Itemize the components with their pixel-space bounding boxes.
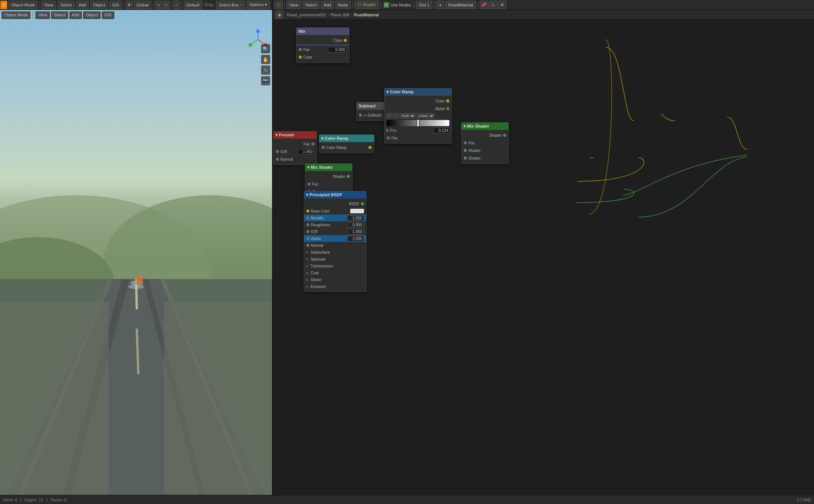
- color-ramp-bottom-title: ▾ Color Ramp: [321, 136, 348, 141]
- mix-top-fac-input[interactable]: [328, 47, 347, 53]
- svg-point-15: [128, 285, 144, 289]
- bsdf-out-socket: [361, 202, 364, 205]
- mix-top-highlight: [296, 45, 349, 45]
- material-sphere-icon[interactable]: ●: [436, 1, 444, 9]
- cr-top-b-label: B: [386, 128, 389, 133]
- camera-icon[interactable]: 📷: [261, 76, 270, 85]
- color-ramp-top[interactable]: ▾ Color Ramp Color Alpha + − RGB Linear: [384, 88, 452, 144]
- cr-top-fac-socket: [387, 136, 390, 139]
- vp-object-menu[interactable]: Object: [83, 11, 101, 19]
- cr-top-color-out-socket: [446, 99, 449, 102]
- cr-top-fac-label: Fac: [391, 136, 449, 140]
- msr-fac-socket: [464, 141, 467, 144]
- cr-top-mode-select[interactable]: RGB: [400, 113, 416, 118]
- mix-top-fac-socket: [299, 48, 302, 51]
- vp-add-menu[interactable]: Add: [69, 11, 82, 19]
- bsdf-alpha-input[interactable]: [347, 236, 364, 242]
- gis-menu[interactable]: GIS: [109, 1, 122, 9]
- fresnel-normal-socket: [276, 158, 279, 161]
- bsdf-roughness-input[interactable]: [347, 222, 364, 228]
- mix-shader-right[interactable]: ▾ Mix Shader Shader Fac Shader Shader: [461, 122, 509, 164]
- bsdf-roughness-socket: [306, 223, 309, 226]
- mix-node-top[interactable]: Mix Color Fac Color: [296, 27, 349, 63]
- cr-top-pos-label: Pos: [390, 128, 397, 133]
- msm-fac-row: Fac: [305, 180, 352, 188]
- orientation-dropdown[interactable]: Global: [134, 1, 151, 9]
- object-menu[interactable]: Object: [90, 1, 108, 9]
- cr-remove-btn[interactable]: −: [393, 113, 399, 118]
- fresnel-ior-input[interactable]: [298, 149, 314, 155]
- node-type-shader[interactable]: ⬡ Shader: [355, 1, 379, 9]
- slot-dropdown[interactable]: Slot 1: [416, 1, 432, 9]
- panel-divider[interactable]: [272, 10, 273, 495]
- bsdf-metallic-input[interactable]: [347, 215, 364, 221]
- view-menu[interactable]: View: [42, 1, 56, 9]
- fresnel-header: ▾ Fresnel: [273, 131, 317, 139]
- viewport-3d[interactable]: Object Mode View Select Add Object GIS 🔍…: [0, 10, 272, 495]
- vp-gis-menu[interactable]: GIS: [102, 11, 114, 19]
- add-menu[interactable]: Add: [76, 1, 89, 9]
- bsdf-coat-row[interactable]: ▸ Coat: [304, 269, 366, 276]
- bsdf-ior-label: IOR: [311, 230, 346, 234]
- orbit-icon[interactable]: ↻: [261, 66, 270, 75]
- svg-line-22: [251, 40, 258, 44]
- node-editor-type-icon[interactable]: ◉: [275, 11, 284, 19]
- bsdf-metallic-socket: [306, 216, 309, 219]
- proportional-icon[interactable]: ○: [173, 1, 180, 9]
- select-box-btn[interactable]: Select Box ~: [216, 1, 245, 9]
- bsdf-coat-label: Coat: [311, 271, 364, 275]
- cursor-icon[interactable]: ✛: [126, 1, 133, 9]
- sep1: [40, 2, 40, 8]
- bsdf-title: ▾ Principled BSDF: [306, 192, 342, 197]
- status-vertices: Verts: 8: [3, 498, 17, 502]
- fresnel-body: Fac IOR Normal: [273, 139, 317, 165]
- cr-top-gradient[interactable]: [387, 120, 449, 126]
- cr-top-interpolation-select[interactable]: Linear: [417, 113, 435, 118]
- fresnel-ior-socket: [276, 150, 279, 153]
- bsdf-emission-row[interactable]: ▸ Emission: [304, 283, 366, 290]
- blender-icon[interactable]: ⬡: [0, 1, 7, 9]
- pan-icon[interactable]: ✋: [261, 55, 270, 64]
- options-btn[interactable]: Options ▾: [247, 1, 270, 9]
- crb-fac-socket: [322, 146, 325, 149]
- viewport-mode-dropdown[interactable]: Object Mode: [2, 11, 30, 19]
- color-ramp-bottom[interactable]: ▾ Color Ramp Color Ramp: [319, 134, 374, 153]
- zoom-icon[interactable]: 🔍: [261, 44, 270, 53]
- material-name[interactable]: RoadMaterial: [445, 1, 476, 9]
- snap-icon[interactable]: ⊹: [163, 1, 170, 9]
- color-ramp-top-title: ▾ Color Ramp: [386, 90, 413, 94]
- vp-select-menu[interactable]: Select: [51, 11, 68, 19]
- cr-top-pos-input[interactable]: [433, 128, 450, 133]
- bsdf-ior-input[interactable]: [347, 229, 364, 235]
- orientation-default[interactable]: Default: [184, 1, 202, 9]
- cr-add-btn[interactable]: +: [386, 113, 392, 118]
- use-nodes-check: ✓: [384, 2, 389, 8]
- bsdf-specular-row[interactable]: ▸ Specular: [304, 256, 366, 262]
- pin-icon[interactable]: 📌: [480, 1, 488, 9]
- bsdf-basecolor-swatch[interactable]: [350, 209, 364, 213]
- node-editor-icon[interactable]: ⬡: [274, 1, 283, 9]
- bsdf-sheen-row[interactable]: ▸ Sheen: [304, 276, 366, 283]
- node-select-menu[interactable]: Select: [303, 1, 320, 9]
- object-mode-dropdown[interactable]: Object Mode: [8, 1, 37, 9]
- mix-top-color-in-label: Color: [303, 55, 347, 59]
- node-add-menu[interactable]: Add: [321, 1, 334, 9]
- sheen-arrow: ▸: [306, 278, 308, 282]
- bsdf-transmission-row[interactable]: ▸ Transmission: [304, 262, 366, 269]
- sep4: [171, 2, 171, 8]
- transform-icon[interactable]: ⤡: [155, 1, 162, 9]
- use-nodes-toggle[interactable]: ✓ Use Nodes: [384, 2, 411, 8]
- cr-top-marker[interactable]: [417, 119, 419, 127]
- principled-bsdf-node[interactable]: ▾ Principled BSDF BSDF Base Color Metall…: [304, 191, 367, 292]
- msr-shader2-socket: [464, 157, 467, 160]
- node-view-menu[interactable]: View: [287, 1, 301, 9]
- fresnel-node[interactable]: ▾ Fresnel Fac IOR Normal: [273, 131, 317, 165]
- sep3: [153, 2, 154, 8]
- bsdf-subsurface-row[interactable]: ▸ Subsurface: [304, 249, 366, 256]
- preview-icon[interactable]: ⬡: [489, 1, 497, 9]
- vp-view-menu[interactable]: View: [35, 11, 50, 19]
- node-node-menu[interactable]: Node: [335, 1, 351, 9]
- select-menu[interactable]: Select: [58, 1, 75, 9]
- close-icon[interactable]: ✕: [498, 1, 506, 9]
- mix-top-color-in-socket: [299, 56, 302, 59]
